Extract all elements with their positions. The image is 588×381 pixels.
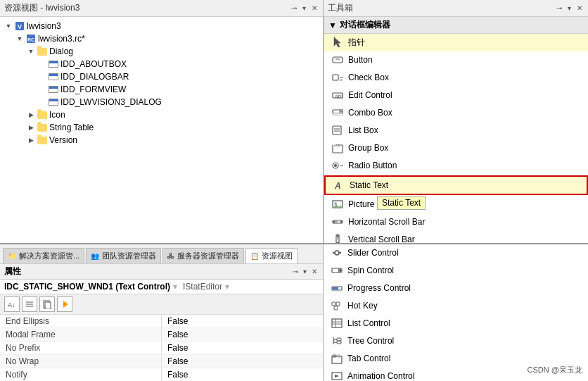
dialog-item-icon xyxy=(48,58,59,70)
server-tab-icon: 🖧 xyxy=(167,252,174,260)
toolbox-item-label-picture: Picture Control xyxy=(348,199,404,209)
menu-button[interactable]: ▾ xyxy=(301,4,307,12)
toolbox-close-button[interactable]: ✕ xyxy=(575,4,584,12)
toolbox-item-combo[interactable]: Combo Box xyxy=(324,104,588,122)
toolbox-item-spin[interactable]: Spin Control xyxy=(324,262,588,280)
svg-rect-53 xyxy=(332,302,335,306)
tree-node-stringtable-folder[interactable]: ▶ String Table xyxy=(0,121,323,134)
prop-sort-cat-button[interactable] xyxy=(22,296,37,312)
toolbox-menu-button[interactable]: ▾ xyxy=(566,4,573,12)
expand-icon-folder[interactable]: ▶ xyxy=(25,109,37,120)
svg-rect-52 xyxy=(333,287,338,289)
watermark: CSDN @呆玉龙 xyxy=(528,365,582,375)
toolbox-item-listbox[interactable]: List Box xyxy=(324,122,588,139)
svg-point-23 xyxy=(334,164,337,167)
svg-text:ab|: ab| xyxy=(335,93,343,99)
tab-team[interactable]: 👥 团队资源管理器 xyxy=(86,248,161,263)
tree-node-icon-folder[interactable]: ▶ Icon xyxy=(0,108,323,121)
toolbox-item-vscroll[interactable]: Vertical Scroll Bar xyxy=(324,231,588,243)
props-menu-button[interactable]: ▾ xyxy=(302,268,308,275)
toolbox-item-label-listbox: List Box xyxy=(348,125,378,135)
toolbox-item-slider[interactable]: Slider Control xyxy=(324,244,588,262)
svg-text:A: A xyxy=(334,181,341,191)
tree-node-dialog-folder[interactable]: ▼ Dialog xyxy=(0,45,323,58)
toolbox-item-hotkey[interactable]: Hot Key xyxy=(324,297,588,315)
pin-button[interactable]: ⊸ xyxy=(290,4,298,12)
resource-tab-icon: 📋 xyxy=(250,252,259,260)
resource-tree: ▼ V lwvision3 ▼ RC lw xyxy=(0,17,323,243)
table-row: No PrefixFalse xyxy=(0,342,323,355)
tree-node-dialogbar[interactable]: IDD_DIALOGBAR xyxy=(0,70,323,83)
toolbox-item-checkbox[interactable]: × Check Box xyxy=(324,69,588,87)
edit-icon: ab| xyxy=(331,89,344,101)
expand-dialog-icon[interactable]: ▼ xyxy=(25,46,37,57)
dialog-item-icon3 xyxy=(48,84,59,95)
toolbox-item-listctrl[interactable]: List Control xyxy=(324,315,588,332)
team-tab-icon: 👥 xyxy=(91,252,99,260)
prop-events-button[interactable] xyxy=(57,296,72,312)
toolbox-item-label-combo: Combo Box xyxy=(348,108,392,118)
team-tab-label: 团队资源管理器 xyxy=(102,251,156,261)
expand-version-folder[interactable]: ▶ xyxy=(25,135,37,146)
prop-sort-alpha-button[interactable]: A↓ xyxy=(4,296,20,312)
toolbox-item-tree[interactable]: Tree Control xyxy=(324,332,588,350)
leaf-spacer2 xyxy=(37,71,48,82)
toolbox-item-progress[interactable]: Progress Control xyxy=(324,280,588,297)
prop-toolbar: A↓ xyxy=(0,294,323,315)
prop-pages-button[interactable] xyxy=(39,296,55,312)
version-folder-label: Version xyxy=(49,135,77,145)
progress-icon xyxy=(331,282,343,294)
svg-rect-16 xyxy=(333,126,341,135)
svg-rect-64 xyxy=(337,341,341,344)
close-button[interactable]: ✕ xyxy=(310,4,319,12)
expand-stringtable-folder[interactable]: ▶ xyxy=(25,122,37,133)
props-pin-button[interactable]: ⊸ xyxy=(291,268,300,275)
toolbox-item-edit[interactable]: ab| Edit Control xyxy=(324,87,588,104)
prop-name: End Ellipsis xyxy=(0,315,162,328)
expand-icon[interactable]: ▼ xyxy=(3,20,14,32)
toolbox-item-label-button: Button xyxy=(348,55,373,65)
prop-editor-dropdown[interactable]: ▾ xyxy=(173,282,177,292)
svg-rect-15 xyxy=(333,113,343,115)
toolbox-section-label: 对话框编辑器 xyxy=(340,19,390,31)
dialogbar-label: IDD_DIALOGBAR xyxy=(60,72,129,82)
tab-resource[interactable]: 📋 资源视图 xyxy=(245,248,298,263)
dialog-item-icon4 xyxy=(48,96,59,108)
hotkey-icon xyxy=(331,299,343,312)
tree-node-root[interactable]: ▼ V lwvision3 xyxy=(0,20,323,32)
toolbox-item-label: Slider Control xyxy=(347,248,399,258)
tree-node-version-folder[interactable]: ▶ Version xyxy=(0,134,323,146)
toolbox-item-label-hscroll: Horizontal Scroll Bar xyxy=(348,217,425,227)
animation-icon xyxy=(331,370,343,381)
slider-icon xyxy=(331,246,343,259)
props-close-button[interactable]: ✕ xyxy=(310,268,319,275)
toolbox-item-statictext[interactable]: A Static Text xyxy=(324,175,588,195)
formview-label: IDD_FORMVIEW xyxy=(60,85,126,94)
prop-value: False xyxy=(162,315,324,328)
toolbox-pin-button[interactable]: ⊸ xyxy=(555,4,563,12)
tree-node-formview[interactable]: IDD_FORMVIEW xyxy=(0,83,323,96)
toolbox-item-pointer[interactable]: 指针 xyxy=(324,34,588,51)
toolbox-item-groupbox[interactable]: abc Group Box xyxy=(324,139,588,157)
toolbox-item-picture[interactable]: Picture Control xyxy=(324,196,588,213)
tab-solution[interactable]: 📁 解决方案资源管... xyxy=(3,248,84,263)
tab-server[interactable]: 🖧 服务器资源管理器 xyxy=(162,248,244,263)
prop-editor-dropdown2[interactable]: ▾ xyxy=(225,282,229,292)
spin-icon xyxy=(331,264,343,277)
svg-rect-5 xyxy=(333,57,343,63)
tree-node-rc[interactable]: ▼ RC lwvision3.rc* xyxy=(0,32,323,45)
toolbox-item-label-radio: Radio Button xyxy=(348,161,397,170)
tree-node-aboutbox[interactable]: IDD_ABOUTBOX xyxy=(0,58,323,70)
checkbox-icon: × xyxy=(331,71,344,84)
toolbox-section-header[interactable]: ▼ 对话框编辑器 xyxy=(324,17,588,34)
toolbox-item-hscroll[interactable]: Horizontal Scroll Bar xyxy=(324,213,588,231)
toolbox-item-button[interactable]: Button xyxy=(324,51,588,69)
tree-node-lwvision3dialog[interactable]: IDD_LWVISION3_DIALOG xyxy=(0,96,323,108)
expand-rc-icon[interactable]: ▼ xyxy=(14,33,25,44)
table-row: End EllipsisFalse xyxy=(0,315,323,328)
svg-rect-63 xyxy=(337,338,341,341)
toolbox-item-label: Hot Key xyxy=(347,301,378,311)
prop-name: No Wrap xyxy=(0,355,162,368)
root-label: lwvision3 xyxy=(27,21,61,31)
toolbox-item-radio[interactable]: Radio Button xyxy=(324,157,588,175)
